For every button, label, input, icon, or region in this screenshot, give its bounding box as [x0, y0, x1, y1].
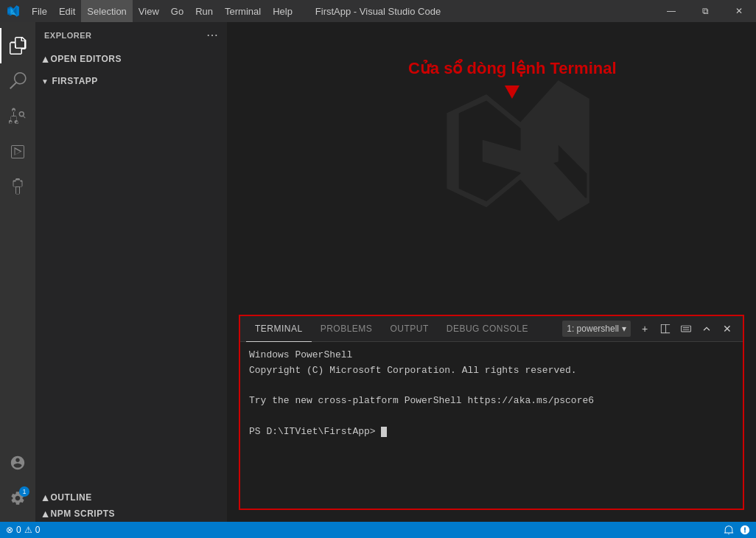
activity-settings[interactable]: 1	[0, 481, 35, 516]
npm-chevron: ▶	[41, 511, 49, 517]
open-editors-header[interactable]: ▶ OPEN EDITORS	[35, 51, 227, 67]
close-panel-button[interactable]: ✕	[718, 319, 737, 338]
activity-explorer[interactable]	[0, 28, 35, 63]
menu-go[interactable]: Go	[165, 0, 189, 22]
open-editors-label: OPEN EDITORS	[51, 54, 122, 64]
restore-button[interactable]: ⧉	[688, 0, 722, 22]
activity-run[interactable]	[0, 134, 35, 170]
window-title: FirstApp - Visual Studio Code	[315, 6, 441, 17]
warning-icon: ⚠	[24, 525, 32, 535]
settings-badge: 1	[19, 486, 29, 497]
activity-search[interactable]	[0, 63, 35, 99]
titlebar: File Edit Selection View Go Run Terminal…	[0, 0, 756, 22]
open-editors-chevron: ▶	[41, 56, 49, 63]
warning-count: 0	[35, 525, 41, 535]
split-terminal-button[interactable]	[656, 319, 675, 338]
menu-help[interactable]: Help	[267, 0, 298, 22]
sidebar-header: Explorer ⋯	[35, 22, 227, 48]
terminal-line-4: Try the new cross-platform PowerShell ht…	[249, 394, 734, 409]
sidebar: Explorer ⋯ ▶ OPEN EDITORS ▼ FIRSTAPP ▶ O…	[35, 22, 227, 522]
sidebar-bottom: ▶ OUTLINE ▶ NPM SCRIPTS	[35, 489, 227, 522]
titlebar-left: File Edit Selection View Go Run Terminal…	[0, 0, 298, 22]
outline-chevron: ▶	[41, 495, 49, 501]
firstapp-header[interactable]: ▼ FIRSTAPP	[35, 73, 227, 89]
menu-selection[interactable]: Selection	[81, 0, 132, 22]
statusbar-notifications[interactable]	[724, 525, 734, 535]
activity-bar-bottom: 1	[0, 445, 35, 522]
annotation-text: Cửa sổ dòng lệnh Terminal	[408, 59, 617, 78]
sidebar-title: Explorer	[44, 31, 92, 40]
terminal-cursor	[381, 427, 387, 437]
editor-main: Cửa sổ dòng lệnh Terminal	[227, 22, 756, 315]
outline-header[interactable]: ▶ OUTLINE	[35, 489, 227, 506]
annotation-container: Cửa sổ dòng lệnh Terminal	[408, 59, 617, 85]
menu-terminal[interactable]: Terminal	[219, 0, 267, 22]
new-terminal-button[interactable]: +	[635, 319, 654, 338]
chevron-down-icon: ▾	[622, 324, 626, 334]
terminal-controls: +	[635, 319, 737, 338]
sidebar-firstapp-section: ▼ FIRSTAPP	[35, 70, 227, 92]
arrow-head	[505, 85, 519, 99]
firstapp-label: FIRSTAPP	[52, 76, 97, 86]
terminal-line-2: Copyright (C) Microsoft Corporation. All…	[249, 363, 734, 379]
activity-account[interactable]	[0, 445, 35, 481]
terminal-panel: TERMINAL PROBLEMS OUTPUT DEBUG CONSOLE 1…	[239, 315, 744, 510]
outline-label: OUTLINE	[51, 492, 92, 503]
sidebar-open-editors-section: ▶ OPEN EDITORS	[35, 48, 227, 70]
tab-output[interactable]: OUTPUT	[381, 316, 437, 342]
terminal-line-5	[249, 409, 734, 425]
statusbar-errors[interactable]: ⊗ 0 ⚠ 0	[6, 525, 40, 535]
firstapp-chevron: ▼	[41, 77, 49, 85]
terminal-line-3	[249, 379, 734, 394]
sidebar-more-button[interactable]: ⋯	[206, 28, 218, 42]
maximize-panel-button[interactable]	[697, 319, 716, 338]
statusbar: ⊗ 0 ⚠ 0	[0, 522, 756, 538]
menu-edit[interactable]: Edit	[53, 0, 81, 22]
error-count: 0	[16, 525, 21, 535]
terminal-content[interactable]: Windows PowerShell Copyright (C) Microso…	[240, 342, 743, 509]
tab-debug-console[interactable]: DEBUG CONSOLE	[438, 316, 537, 342]
main-content: 1 Explorer ⋯ ▶ OPEN EDITORS ▼ FIRSTAPP ▶…	[0, 22, 756, 522]
activity-bar: 1	[0, 22, 35, 522]
terminal-line-1: Windows PowerShell	[249, 348, 734, 363]
activity-extensions[interactable]	[0, 170, 35, 205]
terminal-tabs-bar: TERMINAL PROBLEMS OUTPUT DEBUG CONSOLE 1…	[240, 316, 743, 342]
activity-source-control[interactable]	[0, 99, 35, 134]
error-icon: ⊗	[6, 525, 13, 535]
menu-view[interactable]: View	[133, 0, 165, 22]
window-controls: — ⧉ ✕	[654, 0, 756, 22]
menu-run[interactable]: Run	[189, 0, 219, 22]
statusbar-left: ⊗ 0 ⚠ 0	[6, 525, 40, 535]
npm-scripts-label: NPM SCRIPTS	[51, 509, 116, 519]
statusbar-right	[724, 525, 750, 535]
editor-area: Cửa sổ dòng lệnh Terminal TERMINAL PROBL…	[227, 22, 756, 522]
terminal-shell-dropdown[interactable]: 1: powershell ▾	[562, 321, 631, 337]
tab-problems[interactable]: PROBLEMS	[312, 316, 382, 342]
terminal-prompt-line: PS D:\ITViet\FirstApp>	[249, 425, 734, 440]
menu-file[interactable]: File	[26, 0, 53, 22]
vscode-logo	[0, 0, 26, 22]
kill-terminal-button[interactable]	[676, 319, 696, 338]
minimize-button[interactable]: —	[654, 0, 688, 22]
npm-scripts-header[interactable]: ▶ NPM SCRIPTS	[35, 506, 227, 522]
terminal-prompt: PS D:\ITViet\FirstApp>	[249, 426, 381, 437]
statusbar-feedback[interactable]	[740, 525, 750, 535]
terminal-shell-label: 1: powershell	[567, 324, 619, 334]
close-button[interactable]: ✕	[722, 0, 756, 22]
tab-terminal[interactable]: TERMINAL	[246, 316, 312, 342]
menu-bar: File Edit Selection View Go Run Terminal…	[26, 0, 298, 22]
